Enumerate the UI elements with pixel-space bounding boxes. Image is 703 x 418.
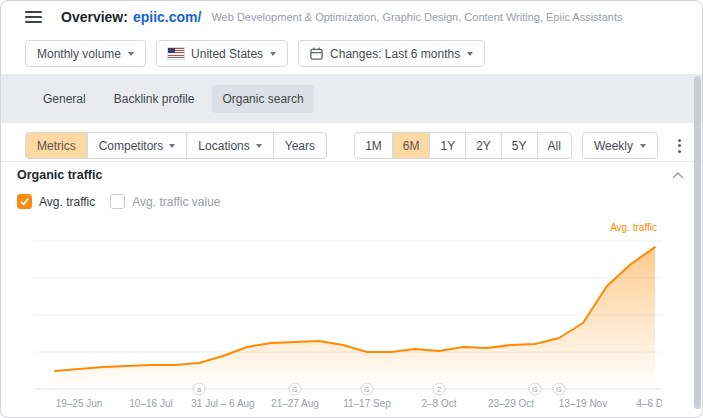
page-subtitle: Web Development & Optimization, Graphic … (211, 11, 622, 23)
scrollbar-thumb[interactable] (694, 76, 701, 409)
x-axis-label: 13–19 Nov (559, 398, 607, 409)
chevron-down-icon (270, 52, 276, 56)
filter-label: Metrics (37, 139, 76, 153)
axis-marker-label: G (364, 385, 370, 394)
filter-years[interactable]: Years (273, 132, 327, 159)
range-6m[interactable]: 6M (392, 132, 431, 159)
axis-marker-label: 2 (437, 385, 441, 394)
chart-controls: Metrics Competitors Locations Years 1M 6… (25, 132, 690, 159)
chevron-down-icon (640, 144, 646, 148)
time-range-group: 1M 6M 1Y 2Y 5Y All (354, 132, 572, 159)
chevron-up-icon (672, 172, 684, 179)
axis-marker-label: G (532, 385, 538, 394)
checkbox-icon (17, 194, 32, 209)
chevron-down-icon (128, 52, 134, 56)
traffic-chart-svg: aGG2GG19–25 Jun10–16 Jul31 Jul – 6 Aug21… (34, 239, 662, 411)
tab-bar: General Backlink profile Organic search (1, 74, 702, 123)
filter-locations[interactable]: Locations (186, 132, 273, 159)
range-1y[interactable]: 1Y (429, 132, 466, 159)
chevron-down-icon (169, 144, 175, 148)
section-title: Organic traffic (17, 168, 102, 182)
x-axis-label: 11–17 Sep (343, 398, 391, 409)
organic-traffic-chart: aGG2GG19–25 Jun10–16 Jul31 Jul – 6 Aug21… (34, 239, 662, 411)
axis-marker-label: G (556, 385, 562, 394)
x-axis-label: 31 Jul – 6 Aug (191, 398, 254, 409)
x-axis-label: 21–27 Aug (271, 398, 319, 409)
avg-traffic-value-label: Avg. traffic value (132, 195, 220, 209)
filter-group: Metrics Competitors Locations Years (25, 132, 327, 159)
tab-backlink-profile[interactable]: Backlink profile (104, 85, 205, 113)
avg-traffic-checkbox[interactable]: Avg. traffic (17, 194, 95, 209)
domain-link[interactable]: epiic.com/ (133, 9, 201, 25)
changes-label: Changes: Last 6 months (330, 47, 460, 61)
x-axis-label: 23–29 Oct (488, 398, 534, 409)
checkbox-icon (110, 194, 125, 209)
filter-competitors[interactable]: Competitors (87, 132, 188, 159)
series-label: Avg. traffic (610, 222, 657, 233)
header-bar: Overview: epiic.com/ Web Development & O… (1, 1, 702, 32)
monthly-volume-dropdown[interactable]: Monthly volume (25, 40, 146, 67)
tab-organic-search[interactable]: Organic search (212, 85, 313, 113)
us-flag-icon (168, 48, 184, 59)
organic-traffic-header: Organic traffic (17, 168, 686, 182)
filter-metrics[interactable]: Metrics (25, 132, 88, 159)
axis-marker-label: G (292, 385, 298, 394)
range-5y[interactable]: 5Y (501, 132, 538, 159)
x-axis-label: 4–6 Dec (636, 398, 662, 409)
traffic-area (55, 247, 655, 389)
filter-label: Locations (198, 139, 249, 153)
x-axis-label: 19–25 Jun (56, 398, 103, 409)
range-1m[interactable]: 1M (354, 132, 393, 159)
changes-dropdown[interactable]: Changes: Last 6 months (298, 40, 485, 67)
more-options-icon[interactable] (668, 132, 690, 159)
tab-general[interactable]: General (33, 85, 96, 113)
chevron-down-icon (467, 52, 473, 56)
avg-traffic-value-checkbox[interactable]: Avg. traffic value (110, 194, 220, 209)
granularity-label: Weekly (594, 139, 633, 153)
x-axis-label: 10–16 Jul (129, 398, 172, 409)
filter-label: Years (285, 139, 315, 153)
monthly-volume-label: Monthly volume (37, 47, 121, 61)
range-all[interactable]: All (537, 132, 572, 159)
toolbar: Monthly volume United States Changes: La… (25, 40, 485, 67)
range-2y[interactable]: 2Y (465, 132, 502, 159)
metric-toggles: Avg. traffic Avg. traffic value (17, 194, 221, 209)
site-explorer-panel: Overview: epiic.com/ Web Development & O… (0, 0, 703, 418)
calendar-icon (310, 47, 323, 60)
range-controls: 1M 6M 1Y 2Y 5Y All Weekly (354, 132, 690, 159)
page-title: Overview: (61, 9, 128, 25)
country-dropdown[interactable]: United States (156, 40, 288, 67)
collapse-section-button[interactable] (670, 170, 686, 181)
avg-traffic-label: Avg. traffic (39, 195, 95, 209)
country-label: United States (191, 47, 263, 61)
check-icon (19, 196, 30, 207)
chevron-down-icon (256, 144, 262, 148)
filter-label: Competitors (99, 139, 164, 153)
granularity-dropdown[interactable]: Weekly (582, 132, 658, 159)
x-axis-label: 2–8 Oct (421, 398, 456, 409)
section-divider (1, 161, 702, 162)
hamburger-menu-icon[interactable] (25, 11, 42, 23)
